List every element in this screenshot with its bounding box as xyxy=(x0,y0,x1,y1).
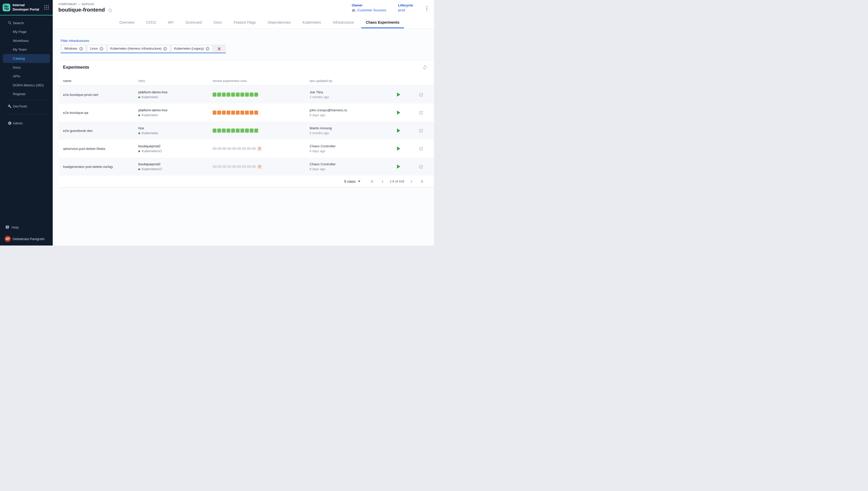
experiments-panel: Experiments name infra recent experiment… xyxy=(59,60,434,187)
run-square-pending xyxy=(232,147,236,150)
page-title: boutique-frontend xyxy=(58,7,105,13)
tab-infrastructure[interactable]: Infrastructure xyxy=(327,17,360,28)
infrastructure-filter-input[interactable]: Windows Linux Kubernetes (Harness Infras… xyxy=(61,45,226,53)
tab-scorecard[interactable]: Scorecard xyxy=(179,17,208,28)
table-row: adservice-pod-delete-5lwbx boutiqueprod2… xyxy=(59,140,434,157)
chip-remove-icon[interactable] xyxy=(79,47,83,51)
filter-chip[interactable]: Kubernetes (Harness Infrastructure) xyxy=(108,46,169,52)
favorite-star-icon[interactable] xyxy=(108,8,113,12)
open-in-new-icon[interactable] xyxy=(419,111,423,115)
help-label: Help xyxy=(11,226,19,229)
wrench-icon xyxy=(8,104,13,109)
run-square-passed xyxy=(231,128,235,133)
chip-remove-icon[interactable] xyxy=(99,47,104,51)
tab-kubernetes[interactable]: Kubernetes xyxy=(297,17,327,28)
user-name: Debabrata Panigrahi xyxy=(12,237,45,241)
sidebar-item-workflows[interactable]: Workflows xyxy=(0,36,53,45)
updated-by: Martin Ansong xyxy=(310,126,397,130)
run-experiment-play-icon[interactable] xyxy=(397,128,400,133)
run-square-pending xyxy=(247,147,251,150)
tab-feature-flags[interactable]: Feature Flags xyxy=(228,17,262,28)
first-page-button[interactable] xyxy=(370,179,375,184)
run-square-passed xyxy=(217,92,221,97)
run-square-failed xyxy=(217,111,221,115)
chip-remove-icon[interactable] xyxy=(206,47,209,51)
page-range-label: 1-5 of 416 xyxy=(390,180,404,183)
filter-chip[interactable]: Kubernetes (Legacy) xyxy=(172,46,212,52)
idp-logo-icon[interactable] xyxy=(3,4,10,11)
sidebar-item-devtools[interactable]: DevTools xyxy=(0,102,53,111)
next-page-button[interactable] xyxy=(409,179,414,184)
apps-grid-icon[interactable] xyxy=(44,4,50,10)
filter-chip[interactable]: Windows xyxy=(62,46,85,52)
sidebar-item-apis[interactable]: APIs xyxy=(0,72,53,81)
run-square-passed xyxy=(236,128,240,133)
tab-chaos-experiments[interactable]: Chaos Experiments xyxy=(360,17,405,28)
infra-name: hce xyxy=(138,126,213,130)
sidebar-item-catalog[interactable]: Catalog xyxy=(3,54,50,63)
sidebar-item-label: DevTools xyxy=(13,104,27,108)
rows-per-page-select[interactable]: 5 rows xyxy=(344,179,360,183)
tab-docs[interactable]: Docs xyxy=(208,17,228,28)
sidebar-item-admin[interactable]: Admin xyxy=(0,119,53,128)
sidebar-item-label: My Team xyxy=(13,48,27,51)
sidebar-item-register[interactable]: Register xyxy=(0,90,53,99)
owner-label: Owner xyxy=(352,3,386,7)
app-root: Internal Developer Portal Search My Page… xyxy=(0,0,434,246)
run-square-pending xyxy=(247,165,251,168)
run-experiment-play-icon[interactable] xyxy=(397,165,400,169)
run-square-failed xyxy=(222,111,226,115)
last-page-button[interactable] xyxy=(419,179,424,184)
run-experiment-play-icon[interactable] xyxy=(397,111,400,115)
help-button[interactable]: ? Help xyxy=(0,223,53,232)
open-in-new-icon[interactable] xyxy=(419,147,423,151)
overdue-clock-icon xyxy=(257,146,262,151)
refresh-icon[interactable] xyxy=(423,65,427,70)
sidebar-item-docs[interactable]: Docs xyxy=(0,63,53,72)
sidebar-item-search[interactable]: Search xyxy=(0,19,53,28)
chip-label: Windows xyxy=(64,47,77,50)
tab-dependencies[interactable]: Dependencies xyxy=(262,17,297,28)
recent-runs xyxy=(213,164,310,169)
previous-page-button[interactable] xyxy=(380,179,385,184)
run-square-passed xyxy=(231,92,235,97)
user-menu[interactable]: DP Debabrata Panigrahi xyxy=(0,236,53,242)
open-in-new-icon[interactable] xyxy=(419,92,423,97)
open-in-new-icon[interactable] xyxy=(419,165,423,169)
sidebar-item-my-page[interactable]: My Page xyxy=(0,27,53,36)
more-options-kebab-icon[interactable] xyxy=(425,4,429,12)
sidebar-item-label: Search xyxy=(13,21,24,25)
portal-title: Internal Developer Portal xyxy=(12,3,41,12)
main-area: COMPONENT — SERVICE boutique-frontend Ow… xyxy=(53,0,434,246)
run-square-passed xyxy=(213,92,216,97)
filter-section: Filter Infrastructures Windows Linux Kub… xyxy=(53,38,434,53)
tab-cicd[interactable]: CI/CD xyxy=(140,17,162,28)
chip-remove-icon[interactable] xyxy=(163,47,167,51)
avatar: DP xyxy=(5,236,11,242)
run-experiment-play-icon[interactable] xyxy=(397,147,400,151)
run-square-failed xyxy=(236,111,240,115)
run-square-pending xyxy=(242,165,246,168)
tab-overview[interactable]: Overview xyxy=(113,17,140,28)
chip-label: Kubernetes (Legacy) xyxy=(174,47,204,50)
table-row: e2e-boutique-qa platform-demo-hce Kubern… xyxy=(59,104,434,122)
owner-link[interactable]: Customer Success xyxy=(352,8,386,12)
clear-all-filters-icon[interactable] xyxy=(217,47,221,51)
open-in-new-icon[interactable] xyxy=(419,128,423,133)
gear-icon xyxy=(8,121,13,125)
table-pagination: 5 rows 1-5 of 416 xyxy=(59,176,434,187)
lifecycle-value: prod xyxy=(398,8,413,12)
help-chat-icon: ? xyxy=(5,225,9,230)
tab-api[interactable]: API xyxy=(162,17,179,28)
sidebar-item-label: Catalog xyxy=(13,57,25,60)
infra-type: Kubernetes xyxy=(142,95,158,99)
sidebar-item-label: Register xyxy=(13,92,26,96)
run-square-passed xyxy=(227,128,230,133)
run-experiment-play-icon[interactable] xyxy=(397,92,400,97)
sidebar-item-dora-metrics[interactable]: DORA Metrics (SEI) xyxy=(0,81,53,90)
experiment-name: adservice-pod-delete-5lwbx xyxy=(59,147,138,151)
filter-chip[interactable]: Linux xyxy=(88,46,106,52)
filter-infrastructures-label[interactable]: Filter Infrastructures xyxy=(61,39,89,43)
sidebar-item-my-team[interactable]: My Team xyxy=(0,45,53,54)
run-square-passed xyxy=(217,128,221,133)
